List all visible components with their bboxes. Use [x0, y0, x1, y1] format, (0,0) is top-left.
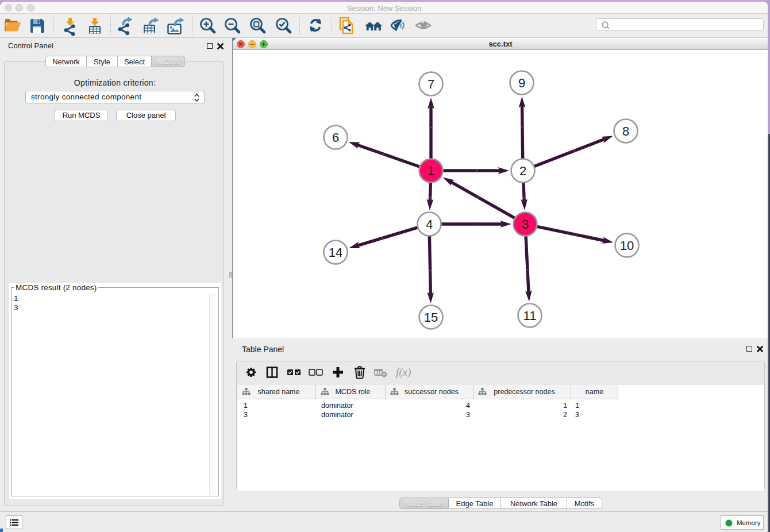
- svg-text:3: 3: [522, 217, 529, 232]
- svg-text:8: 8: [622, 124, 629, 138]
- svg-text:2: 2: [519, 164, 526, 178]
- svg-text:11: 11: [523, 309, 537, 323]
- svg-text:7: 7: [428, 77, 434, 91]
- svg-text:6: 6: [332, 130, 339, 145]
- svg-text:14: 14: [329, 245, 342, 260]
- svg-text:9: 9: [518, 76, 525, 90]
- svg-text:f(x): f(x): [396, 366, 411, 379]
- svg-text:10: 10: [620, 238, 634, 253]
- svg-text:1: 1: [428, 164, 434, 178]
- svg-text:4: 4: [426, 217, 433, 232]
- svg-text:15: 15: [424, 310, 438, 325]
